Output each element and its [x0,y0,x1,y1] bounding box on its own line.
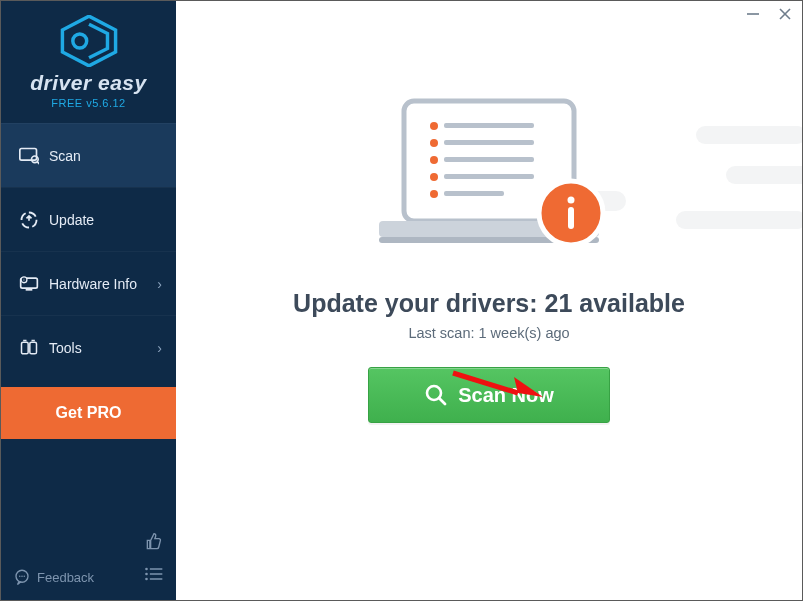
last-scan-text: Last scan: 1 week(s) ago [176,325,802,341]
svg-point-32 [430,156,438,164]
chevron-right-icon: › [157,276,162,292]
headline-suffix: available [572,289,685,317]
svg-point-1 [72,34,86,48]
headline: Update your drivers: 21 available [176,289,802,318]
version-label: FREE v5.6.12 [1,97,176,109]
update-icon [15,210,43,230]
svg-point-14 [21,576,23,578]
svg-point-28 [430,122,438,130]
svg-rect-31 [444,140,534,145]
window-controls [746,7,792,24]
svg-rect-40 [568,207,574,229]
scan-icon [15,147,43,165]
laptop-illustration [176,91,802,271]
sidebar-item-label: Update [49,212,162,228]
get-pro-button[interactable]: Get PRO [1,387,176,439]
svg-rect-11 [30,342,37,354]
main-pane: Update your drivers: 21 available Last s… [176,1,802,600]
svg-point-20 [145,578,148,581]
svg-text:i: i [24,277,25,282]
sidebar-item-update[interactable]: Update [1,187,176,251]
headline-count: 21 [545,289,573,317]
svg-rect-33 [444,157,534,162]
feedback-label: Feedback [37,570,94,585]
close-button[interactable] [778,7,792,24]
sidebar-item-scan[interactable]: Scan [1,123,176,187]
like-icon[interactable] [144,532,164,556]
scan-now-button[interactable]: Scan Now [368,367,610,423]
sidebar-item-label: Scan [49,148,162,164]
svg-rect-10 [22,342,29,354]
minimize-button[interactable] [746,7,760,24]
svg-point-16 [145,568,148,571]
svg-point-34 [430,173,438,181]
logo-block: driver easy FREE v5.6.12 [1,1,176,123]
list-icon[interactable] [144,566,164,586]
svg-rect-7 [26,289,33,291]
svg-point-15 [24,576,26,578]
svg-point-18 [145,573,148,576]
sidebar-nav: Scan Update i Hardware Info › Tools › Ge… [1,123,176,439]
sidebar-item-label: Tools [49,340,157,356]
svg-rect-35 [444,174,534,179]
sidebar-item-hardware-info[interactable]: i Hardware Info › [1,251,176,315]
get-pro-label: Get PRO [56,404,122,422]
svg-rect-29 [444,123,534,128]
svg-point-30 [430,139,438,147]
tools-icon [15,338,43,358]
svg-rect-2 [20,148,37,160]
chat-icon [13,568,31,586]
svg-rect-37 [444,191,504,196]
headline-prefix: Update your drivers: [293,289,544,317]
chevron-right-icon: › [157,340,162,356]
svg-line-4 [37,161,39,164]
sidebar-bottom: Feedback [1,522,176,600]
scan-now-label: Scan Now [458,384,554,407]
feedback-button[interactable]: Feedback [13,568,94,586]
sidebar-item-tools[interactable]: Tools › [1,315,176,379]
svg-point-39 [568,197,575,204]
search-icon [424,383,448,407]
brand-text: driver easy [1,71,176,95]
svg-point-36 [430,190,438,198]
sidebar: driver easy FREE v5.6.12 Scan Update i H… [1,1,176,600]
bottom-icons [144,532,164,586]
sidebar-item-label: Hardware Info [49,276,157,292]
app-logo-icon [60,15,118,67]
hardware-info-icon: i [15,275,43,293]
svg-point-13 [19,576,21,578]
svg-line-42 [439,398,445,404]
